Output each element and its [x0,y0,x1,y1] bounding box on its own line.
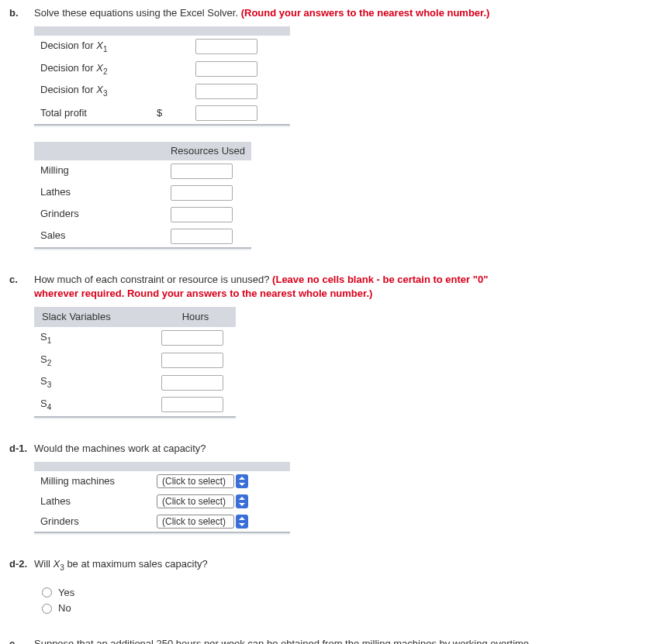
table-row: Lathes (Click to select) [34,491,290,511]
label-e: e. [9,637,34,644]
select-milling[interactable]: (Click to select) [157,474,234,488]
radio-yes[interactable]: Yes [42,586,644,600]
stepper-icon[interactable] [236,474,248,488]
input-lathes-used[interactable] [171,185,233,201]
question-e-text: Suppose that an additional 250 hours per… [34,637,546,644]
table-row: Grinders [34,204,251,226]
question-e: e. Suppose that an additional 250 hours … [9,637,644,644]
input-s1[interactable] [161,330,223,346]
input-x1[interactable] [195,39,257,54]
input-sales-used[interactable] [171,229,233,244]
b-text-black: Solve these equations using the Excel So… [34,7,241,19]
b-text-red: (Round your answers to the nearest whole… [241,7,490,19]
label-b: b. [9,6,34,20]
table-capacity: Milling machines (Click to select) Lathe… [34,462,290,536]
table-row: S2 [34,350,236,372]
question-d1: d-1. Would the machines work at capacity… [9,442,644,536]
table-row: Lathes [34,182,251,204]
table-row: Grinders (Click to select) [34,511,290,532]
table-row: S3 [34,371,236,394]
question-b: b. Solve these equations using the Excel… [9,6,644,251]
radio-icon[interactable] [42,604,52,614]
question-b-text: Solve these equations using the Excel So… [34,6,489,20]
input-x2[interactable] [195,61,257,77]
radio-icon[interactable] [42,587,52,598]
table-row: S1 [34,327,236,350]
table-row: S4 [34,394,236,417]
header-hours: Hours [155,307,236,327]
d2-text: Will X3 be at maximum sales capacity? [34,557,208,573]
input-grinders-used[interactable] [171,207,233,222]
e-text-black: Suppose that an additional 250 hours per… [34,638,532,644]
radio-no[interactable]: No [42,601,644,615]
d1-text: Would the machines work at capacity? [34,442,206,456]
label-c: c. [9,273,34,287]
input-s4[interactable] [161,397,223,412]
table-decisions: Decision for X1 Decision for X2 Decision… [34,26,290,128]
header-slack-variables: Slack Variables [34,307,155,327]
table-resources: Resources Used Milling Lathes Grinders S… [34,142,251,251]
table-row: Total profit $ [34,102,290,125]
question-d2: d-2. Will X3 be at maximum sales capacit… [9,557,644,615]
question-c-text: How much of each constraint or resource … [34,273,530,301]
label-d2: d-2. [9,557,34,571]
table-row: Milling [34,160,251,182]
radio-yes-label: Yes [58,586,74,600]
c-text-black: How much of each constraint or resource … [34,274,272,285]
question-c: c. How much of each constraint or resour… [9,273,644,420]
input-s3[interactable] [161,375,223,391]
table-row: Decision for X2 [34,58,290,81]
input-x3[interactable] [195,84,257,99]
label-d1: d-1. [9,442,34,456]
input-total-profit[interactable] [195,105,257,121]
table-row: Decision for X3 [34,80,290,102]
select-grinders[interactable]: (Click to select) [157,515,234,529]
select-lathes[interactable]: (Click to select) [157,494,234,508]
dollar-sign: $ [150,102,189,125]
table-row: Sales [34,226,251,248]
table-slack: Slack Variables Hours S1 S2 S3 S4 [34,307,236,420]
stepper-icon[interactable] [236,494,248,508]
table-row: Milling machines (Click to select) [34,471,290,491]
input-milling-used[interactable] [171,164,233,179]
input-s2[interactable] [161,353,223,368]
table-row: Decision for X1 [34,36,290,58]
stepper-icon[interactable] [236,515,248,529]
header-resources-used: Resources Used [164,142,251,160]
radio-no-label: No [58,601,71,615]
